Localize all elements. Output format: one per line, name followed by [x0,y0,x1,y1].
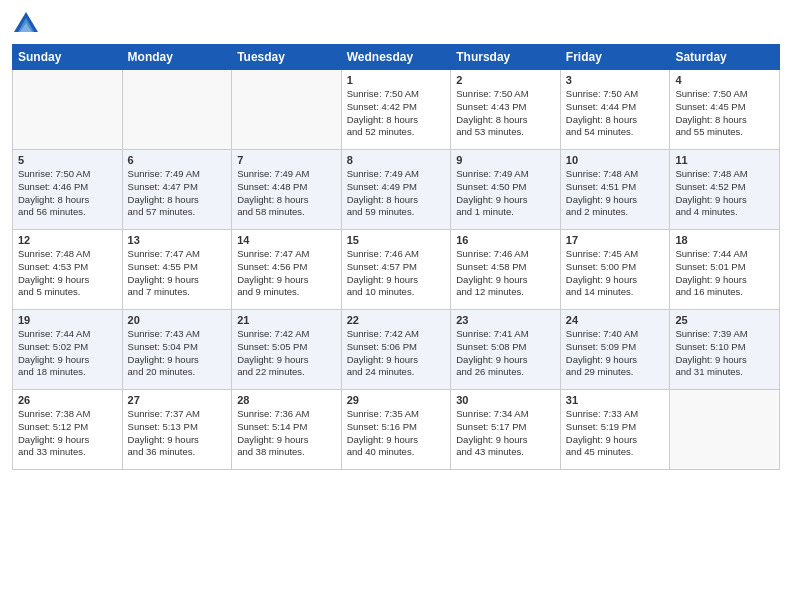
day-info: Sunrise: 7:43 AM Sunset: 5:04 PM Dayligh… [128,328,227,379]
calendar-cell: 10Sunrise: 7:48 AM Sunset: 4:51 PM Dayli… [560,150,670,230]
calendar-cell: 9Sunrise: 7:49 AM Sunset: 4:50 PM Daylig… [451,150,561,230]
day-info: Sunrise: 7:35 AM Sunset: 5:16 PM Dayligh… [347,408,446,459]
day-number: 21 [237,314,336,326]
calendar-cell: 5Sunrise: 7:50 AM Sunset: 4:46 PM Daylig… [13,150,123,230]
day-info: Sunrise: 7:42 AM Sunset: 5:05 PM Dayligh… [237,328,336,379]
day-info: Sunrise: 7:50 AM Sunset: 4:44 PM Dayligh… [566,88,665,139]
page-container: SundayMondayTuesdayWednesdayThursdayFrid… [0,0,792,478]
calendar-cell: 25Sunrise: 7:39 AM Sunset: 5:10 PM Dayli… [670,310,780,390]
day-number: 10 [566,154,665,166]
day-number: 22 [347,314,446,326]
calendar-cell: 24Sunrise: 7:40 AM Sunset: 5:09 PM Dayli… [560,310,670,390]
calendar-cell: 1Sunrise: 7:50 AM Sunset: 4:42 PM Daylig… [341,70,451,150]
day-number: 8 [347,154,446,166]
day-info: Sunrise: 7:50 AM Sunset: 4:45 PM Dayligh… [675,88,774,139]
day-info: Sunrise: 7:48 AM Sunset: 4:53 PM Dayligh… [18,248,117,299]
day-number: 7 [237,154,336,166]
day-info: Sunrise: 7:48 AM Sunset: 4:51 PM Dayligh… [566,168,665,219]
day-number: 17 [566,234,665,246]
calendar-cell: 26Sunrise: 7:38 AM Sunset: 5:12 PM Dayli… [13,390,123,470]
calendar-cell: 17Sunrise: 7:45 AM Sunset: 5:00 PM Dayli… [560,230,670,310]
day-info: Sunrise: 7:44 AM Sunset: 5:01 PM Dayligh… [675,248,774,299]
calendar-cell: 20Sunrise: 7:43 AM Sunset: 5:04 PM Dayli… [122,310,232,390]
calendar-cell: 23Sunrise: 7:41 AM Sunset: 5:08 PM Dayli… [451,310,561,390]
day-number: 16 [456,234,555,246]
logo [12,10,44,38]
day-info: Sunrise: 7:46 AM Sunset: 4:58 PM Dayligh… [456,248,555,299]
calendar-cell: 21Sunrise: 7:42 AM Sunset: 5:05 PM Dayli… [232,310,342,390]
day-number: 27 [128,394,227,406]
day-number: 6 [128,154,227,166]
calendar-cell [122,70,232,150]
day-number: 19 [18,314,117,326]
day-number: 1 [347,74,446,86]
day-info: Sunrise: 7:49 AM Sunset: 4:49 PM Dayligh… [347,168,446,219]
day-header-monday: Monday [122,45,232,70]
calendar-cell: 12Sunrise: 7:48 AM Sunset: 4:53 PM Dayli… [13,230,123,310]
week-row-5: 26Sunrise: 7:38 AM Sunset: 5:12 PM Dayli… [13,390,780,470]
calendar-cell: 11Sunrise: 7:48 AM Sunset: 4:52 PM Dayli… [670,150,780,230]
day-number: 4 [675,74,774,86]
day-info: Sunrise: 7:41 AM Sunset: 5:08 PM Dayligh… [456,328,555,379]
day-header-tuesday: Tuesday [232,45,342,70]
day-number: 2 [456,74,555,86]
calendar-cell: 13Sunrise: 7:47 AM Sunset: 4:55 PM Dayli… [122,230,232,310]
day-info: Sunrise: 7:34 AM Sunset: 5:17 PM Dayligh… [456,408,555,459]
calendar-cell: 7Sunrise: 7:49 AM Sunset: 4:48 PM Daylig… [232,150,342,230]
calendar-cell: 19Sunrise: 7:44 AM Sunset: 5:02 PM Dayli… [13,310,123,390]
day-number: 3 [566,74,665,86]
calendar-cell: 30Sunrise: 7:34 AM Sunset: 5:17 PM Dayli… [451,390,561,470]
day-info: Sunrise: 7:48 AM Sunset: 4:52 PM Dayligh… [675,168,774,219]
day-number: 26 [18,394,117,406]
day-info: Sunrise: 7:40 AM Sunset: 5:09 PM Dayligh… [566,328,665,379]
day-info: Sunrise: 7:50 AM Sunset: 4:43 PM Dayligh… [456,88,555,139]
calendar-cell: 22Sunrise: 7:42 AM Sunset: 5:06 PM Dayli… [341,310,451,390]
day-info: Sunrise: 7:45 AM Sunset: 5:00 PM Dayligh… [566,248,665,299]
header [12,10,780,38]
day-info: Sunrise: 7:49 AM Sunset: 4:48 PM Dayligh… [237,168,336,219]
day-header-friday: Friday [560,45,670,70]
day-info: Sunrise: 7:49 AM Sunset: 4:50 PM Dayligh… [456,168,555,219]
day-header-saturday: Saturday [670,45,780,70]
day-number: 13 [128,234,227,246]
day-info: Sunrise: 7:44 AM Sunset: 5:02 PM Dayligh… [18,328,117,379]
calendar-cell: 15Sunrise: 7:46 AM Sunset: 4:57 PM Dayli… [341,230,451,310]
day-info: Sunrise: 7:47 AM Sunset: 4:56 PM Dayligh… [237,248,336,299]
day-number: 9 [456,154,555,166]
day-info: Sunrise: 7:49 AM Sunset: 4:47 PM Dayligh… [128,168,227,219]
calendar-cell: 14Sunrise: 7:47 AM Sunset: 4:56 PM Dayli… [232,230,342,310]
week-row-2: 5Sunrise: 7:50 AM Sunset: 4:46 PM Daylig… [13,150,780,230]
day-number: 24 [566,314,665,326]
day-number: 5 [18,154,117,166]
day-info: Sunrise: 7:42 AM Sunset: 5:06 PM Dayligh… [347,328,446,379]
day-header-sunday: Sunday [13,45,123,70]
day-info: Sunrise: 7:33 AM Sunset: 5:19 PM Dayligh… [566,408,665,459]
calendar-cell [13,70,123,150]
calendar-cell: 6Sunrise: 7:49 AM Sunset: 4:47 PM Daylig… [122,150,232,230]
calendar-cell: 3Sunrise: 7:50 AM Sunset: 4:44 PM Daylig… [560,70,670,150]
day-number: 12 [18,234,117,246]
calendar-cell: 8Sunrise: 7:49 AM Sunset: 4:49 PM Daylig… [341,150,451,230]
calendar-cell [670,390,780,470]
day-info: Sunrise: 7:39 AM Sunset: 5:10 PM Dayligh… [675,328,774,379]
week-row-4: 19Sunrise: 7:44 AM Sunset: 5:02 PM Dayli… [13,310,780,390]
day-number: 20 [128,314,227,326]
day-info: Sunrise: 7:47 AM Sunset: 4:55 PM Dayligh… [128,248,227,299]
day-number: 14 [237,234,336,246]
day-info: Sunrise: 7:38 AM Sunset: 5:12 PM Dayligh… [18,408,117,459]
calendar-cell: 27Sunrise: 7:37 AM Sunset: 5:13 PM Dayli… [122,390,232,470]
day-number: 31 [566,394,665,406]
day-header-wednesday: Wednesday [341,45,451,70]
day-number: 18 [675,234,774,246]
day-info: Sunrise: 7:37 AM Sunset: 5:13 PM Dayligh… [128,408,227,459]
week-row-3: 12Sunrise: 7:48 AM Sunset: 4:53 PM Dayli… [13,230,780,310]
calendar-cell: 16Sunrise: 7:46 AM Sunset: 4:58 PM Dayli… [451,230,561,310]
calendar-cell: 31Sunrise: 7:33 AM Sunset: 5:19 PM Dayli… [560,390,670,470]
week-row-1: 1Sunrise: 7:50 AM Sunset: 4:42 PM Daylig… [13,70,780,150]
calendar-table: SundayMondayTuesdayWednesdayThursdayFrid… [12,44,780,470]
day-number: 15 [347,234,446,246]
calendar-cell: 29Sunrise: 7:35 AM Sunset: 5:16 PM Dayli… [341,390,451,470]
header-row: SundayMondayTuesdayWednesdayThursdayFrid… [13,45,780,70]
day-info: Sunrise: 7:36 AM Sunset: 5:14 PM Dayligh… [237,408,336,459]
day-info: Sunrise: 7:46 AM Sunset: 4:57 PM Dayligh… [347,248,446,299]
